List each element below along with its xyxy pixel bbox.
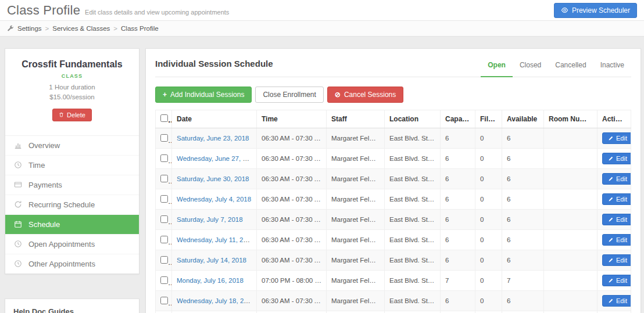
close-enrollment-button[interactable]: Close Enrollment (255, 87, 323, 103)
session-time: 06:30 AM - 07:30 AM (257, 291, 327, 311)
breadcrumb-settings[interactable]: Settings (17, 25, 42, 32)
class-type-label: CLASS (12, 73, 132, 79)
session-room-number (544, 250, 598, 271)
session-filled: 0 (475, 149, 502, 169)
session-room-number (544, 311, 598, 313)
row-checkbox[interactable] (160, 154, 168, 162)
sidebar-item-time[interactable]: Time (5, 156, 139, 175)
trash-icon (59, 111, 64, 118)
session-date-link[interactable]: Saturday, July 7, 2018 (177, 216, 243, 223)
add-individual-sessions-button[interactable]: + Add Individual Sessions (155, 87, 252, 103)
status-tabs: Open Closed Cancelled Inactive (481, 57, 631, 77)
sidebar-item-other-appointments[interactable]: Other Appointments (5, 254, 139, 274)
tab-inactive[interactable]: Inactive (593, 57, 631, 77)
session-date-link[interactable]: Wednesday, July 11, 2018 (177, 236, 255, 243)
session-date-link[interactable]: Monday, July 16, 2018 (177, 277, 244, 284)
class-card: Crossfit Fundamentals CLASS 1 Hour durat… (5, 48, 139, 274)
session-filled: 0 (475, 250, 502, 271)
session-time: 06:30 AM - 07:30 AM (257, 128, 327, 149)
session-date-link[interactable]: Wednesday, June 27, 2018 (177, 155, 257, 162)
sidebar-item-open-appointments[interactable]: Open Appointments (5, 235, 139, 254)
session-date-link[interactable]: Wednesday, July 4, 2018 (177, 196, 251, 203)
row-checkbox[interactable] (160, 175, 168, 182)
row-checkbox[interactable] (160, 195, 168, 203)
sidebar-item-recurring-schedule[interactable]: Recurring Schedule (5, 195, 139, 215)
session-room-number (544, 271, 598, 291)
session-date-link[interactable]: Saturday, July 14, 2018 (177, 257, 246, 264)
session-available: 6 (502, 230, 544, 250)
session-capacity: 6 (441, 128, 475, 149)
delete-button[interactable]: Delete (52, 109, 92, 121)
edit-button[interactable]: Edit (602, 275, 631, 286)
session-schedule-panel: Individual Session Schedule Open Closed … (145, 48, 641, 313)
col-capacity: Capacity (441, 110, 475, 128)
session-date-link[interactable]: Saturday, June 30, 2018 (177, 175, 249, 182)
edit-button[interactable]: Edit (602, 254, 631, 266)
session-date-link[interactable]: Wednesday, July 18, 2018 (177, 297, 255, 304)
tab-closed[interactable]: Closed (513, 57, 548, 77)
session-location: East Blvd. Studio (385, 311, 441, 313)
ban-icon: ⊘ (335, 91, 341, 99)
bar-chart-icon (13, 141, 23, 149)
session-date-link[interactable]: Saturday, June 23, 2018 (177, 135, 249, 142)
sidebar-item-payments[interactable]: Payments (5, 175, 139, 195)
table-row: Saturday, July 14, 2018 06:30 AM - 07:30… (156, 250, 631, 271)
tab-cancelled[interactable]: Cancelled (548, 57, 593, 77)
session-room-number (544, 230, 598, 250)
pencil-icon (608, 258, 613, 263)
edit-button[interactable]: Edit (602, 234, 631, 246)
session-staff: Margaret Feldman (327, 291, 385, 311)
cancel-sessions-button[interactable]: ⊘ Cancel Sessions (327, 87, 403, 103)
session-capacity: 6 (441, 230, 475, 250)
pencil-icon (608, 238, 613, 243)
session-time: 07:00 PM - 08:00 PM (257, 271, 327, 291)
calendar-icon (13, 220, 23, 228)
edit-button[interactable]: Edit (602, 193, 631, 205)
select-all-checkbox[interactable] (160, 114, 168, 122)
table-row: Monday, July 16, 2018 07:00 PM - 08:00 P… (156, 271, 631, 291)
session-location: East Blvd. Studio (385, 169, 441, 189)
session-staff: Margaret Feldman (327, 230, 385, 250)
row-checkbox[interactable] (160, 236, 168, 243)
table-row: Wednesday, July 18, 2018 06:30 AM - 07:3… (156, 291, 631, 311)
row-checkbox[interactable] (160, 215, 168, 223)
session-room-number (544, 169, 598, 189)
session-location: East Blvd. Studio (385, 189, 441, 210)
row-checkbox[interactable] (160, 134, 168, 142)
session-location: East Blvd. Studio (385, 271, 441, 291)
breadcrumb-services-classes[interactable]: Services & Classes (52, 25, 110, 32)
sidebar-item-overview[interactable]: Overview (5, 136, 139, 156)
row-checkbox[interactable] (160, 256, 168, 264)
clock-icon (13, 240, 23, 248)
col-available: Available (502, 110, 544, 128)
session-available: 6 (502, 189, 544, 210)
clock-icon (13, 161, 23, 169)
session-capacity: 6 (441, 210, 475, 230)
pencil-icon (608, 177, 613, 182)
table-row: Saturday, July 7, 2018 06:30 AM - 07:30 … (156, 210, 631, 230)
edit-button[interactable]: Edit (602, 173, 631, 185)
edit-button[interactable]: Edit (602, 214, 631, 225)
edit-button[interactable]: Edit (602, 295, 631, 307)
session-capacity: 6 (441, 169, 475, 189)
edit-button[interactable]: Edit (602, 153, 631, 164)
session-time: 06:30 AM - 07:30 AM (257, 230, 327, 250)
row-checkbox[interactable] (160, 276, 168, 284)
class-nav: Overview Time Payments (5, 135, 139, 274)
session-available: 6 (502, 149, 544, 169)
edit-button[interactable]: Edit (602, 132, 631, 144)
session-available: 7 (502, 271, 544, 291)
session-available: 6 (502, 210, 544, 230)
sessions-table: Date Time Staff Location Capacity Filled… (155, 110, 631, 313)
session-filled: 0 (475, 230, 502, 250)
sidebar-item-schedule[interactable]: Schedule (5, 215, 139, 235)
row-checkbox[interactable] (160, 297, 168, 304)
clock-icon (13, 260, 23, 268)
pencil-icon (608, 278, 613, 283)
class-duration: 1 Hour duration (12, 82, 132, 92)
session-room-number (544, 291, 598, 311)
table-row: Wednesday, June 27, 2018 06:30 AM - 07:3… (156, 149, 631, 169)
tab-open[interactable]: Open (481, 57, 513, 77)
session-staff: Margaret Feldman (327, 210, 385, 230)
preview-scheduler-button[interactable]: Preview Scheduler (554, 3, 637, 18)
